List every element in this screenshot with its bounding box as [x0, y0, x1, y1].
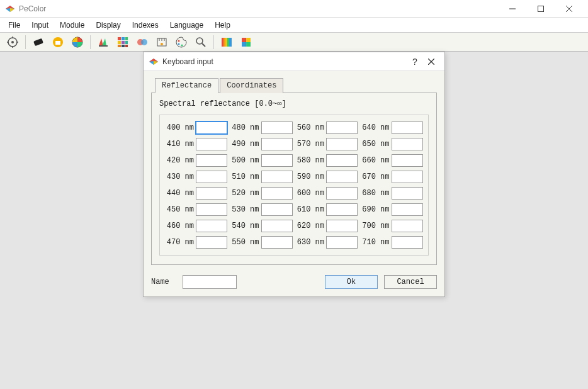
- palette-fan-icon[interactable]: [94, 34, 112, 50]
- wavelength-label: 630 nm: [295, 238, 324, 247]
- minimize-button[interactable]: [498, 0, 526, 18]
- dialog-title: Keyboard input: [162, 57, 407, 66]
- menu-display[interactable]: Display: [90, 19, 126, 31]
- svg-rect-5: [55, 41, 60, 45]
- wavelength-input[interactable]: [392, 121, 423, 134]
- wavelength-label: 480 nm: [230, 123, 259, 132]
- wavelength-input[interactable]: [261, 236, 293, 249]
- cancel-button[interactable]: Cancel: [384, 275, 437, 289]
- wavelength-input[interactable]: [261, 171, 293, 183]
- tab-coordinates[interactable]: Coordinates: [220, 78, 283, 93]
- dialog-icon: [149, 57, 159, 67]
- ok-button[interactable]: Ok: [325, 275, 378, 289]
- wavelength-label: 490 nm: [230, 140, 259, 149]
- tab-panel: Spectral reflectance [0.0~∞] 400 nm410 n…: [151, 93, 437, 265]
- wavelength-input[interactable]: [392, 203, 423, 216]
- settings-icon[interactable]: [4, 34, 21, 50]
- svg-rect-31: [246, 38, 251, 42]
- svg-rect-26: [223, 38, 225, 47]
- wavelength-input[interactable]: [392, 187, 423, 200]
- wavelength-label: 470 nm: [165, 238, 194, 247]
- wavelength-label: 640 nm: [361, 123, 390, 132]
- wavelength-input[interactable]: [261, 121, 293, 134]
- dialog-close-button[interactable]: [423, 54, 439, 70]
- layers-icon[interactable]: [133, 34, 151, 50]
- paint-palette-icon[interactable]: [172, 34, 190, 50]
- wavelength-label: 680 nm: [361, 189, 390, 198]
- svg-point-2: [11, 41, 14, 43]
- wavelength-input[interactable]: [261, 203, 293, 216]
- wavelength-label: 400 nm: [165, 123, 194, 132]
- svg-rect-13: [125, 41, 128, 44]
- wavelength-input[interactable]: [196, 154, 227, 167]
- svg-rect-29: [229, 38, 232, 47]
- wavelength-input[interactable]: [326, 171, 358, 183]
- magnifier-icon[interactable]: [192, 34, 210, 50]
- wavelength-input[interactable]: [196, 187, 227, 200]
- maximize-button[interactable]: [526, 0, 555, 18]
- wavelength-input[interactable]: [392, 138, 423, 150]
- wavelength-input[interactable]: [392, 220, 423, 232]
- menu-input[interactable]: Input: [26, 19, 54, 31]
- menu-file[interactable]: File: [3, 19, 26, 31]
- wavelength-input[interactable]: [196, 203, 227, 216]
- wavelength-input[interactable]: [261, 154, 293, 167]
- wavelength-input[interactable]: [261, 220, 293, 232]
- dialog-help-button[interactable]: ?: [407, 54, 423, 70]
- wavelength-input[interactable]: [326, 121, 358, 134]
- wavelength-label: 540 nm: [230, 222, 259, 230]
- svg-rect-0: [538, 6, 543, 11]
- toolbar: [0, 33, 588, 52]
- wavelength-label: 500 nm: [230, 156, 259, 165]
- wavelength-label: 460 nm: [165, 222, 194, 230]
- svg-rect-9: [122, 37, 125, 40]
- menu-help[interactable]: Help: [209, 19, 236, 31]
- wavelength-input[interactable]: [326, 187, 358, 200]
- swatch-icon[interactable]: [30, 34, 47, 50]
- wavelength-input[interactable]: [392, 154, 423, 167]
- wavelength-input[interactable]: [196, 220, 227, 232]
- svg-point-20: [161, 43, 163, 45]
- wavelength-input[interactable]: [196, 171, 227, 183]
- svg-rect-32: [242, 42, 246, 47]
- spectrum-icon[interactable]: [218, 34, 235, 50]
- wavelength-label: 560 nm: [295, 123, 324, 132]
- svg-rect-3: [33, 38, 43, 45]
- color-grid-icon[interactable]: [114, 34, 132, 50]
- ruler-icon[interactable]: [153, 34, 171, 50]
- menu-indexes[interactable]: Indexes: [127, 19, 164, 31]
- close-button[interactable]: [555, 0, 583, 18]
- hue-grid-icon[interactable]: [237, 34, 255, 50]
- wavelength-input[interactable]: [196, 121, 227, 134]
- menu-language[interactable]: Language: [164, 19, 209, 31]
- folder-icon[interactable]: [49, 34, 67, 50]
- tab-reflectance[interactable]: Reflectance: [155, 78, 218, 93]
- wavelength-label: 690 nm: [361, 205, 390, 214]
- wavelength-label: 420 nm: [165, 156, 194, 165]
- wavelength-input[interactable]: [326, 236, 358, 249]
- wavelength-label: 570 nm: [295, 140, 324, 149]
- wavelength-input[interactable]: [196, 138, 227, 150]
- wavelength-input[interactable]: [326, 154, 358, 167]
- wavelength-input[interactable]: [392, 171, 423, 183]
- wavelength-input[interactable]: [261, 138, 293, 150]
- wavelength-label: 590 nm: [295, 172, 324, 181]
- reflectance-group: 400 nm410 nm420 nm430 nm440 nm450 nm460 …: [159, 115, 429, 256]
- name-label: Name: [151, 278, 176, 286]
- svg-point-23: [181, 44, 183, 46]
- menubar: File Input Module Display Indexes Langua…: [0, 18, 588, 33]
- name-input[interactable]: [183, 275, 237, 289]
- wavelength-input[interactable]: [326, 220, 358, 232]
- wavelength-label: 430 nm: [165, 172, 194, 181]
- wavelength-input[interactable]: [326, 138, 358, 150]
- wavelength-input[interactable]: [196, 236, 227, 249]
- wavelength-label: 610 nm: [295, 205, 324, 214]
- color-wheel-icon[interactable]: [69, 34, 86, 50]
- app-icon: [5, 4, 15, 14]
- wavelength-input[interactable]: [326, 203, 358, 216]
- wavelength-input[interactable]: [392, 236, 423, 249]
- wavelength-input[interactable]: [261, 187, 293, 200]
- menu-module[interactable]: Module: [54, 19, 90, 31]
- window-title: PeColor: [19, 4, 498, 13]
- svg-rect-15: [122, 45, 125, 47]
